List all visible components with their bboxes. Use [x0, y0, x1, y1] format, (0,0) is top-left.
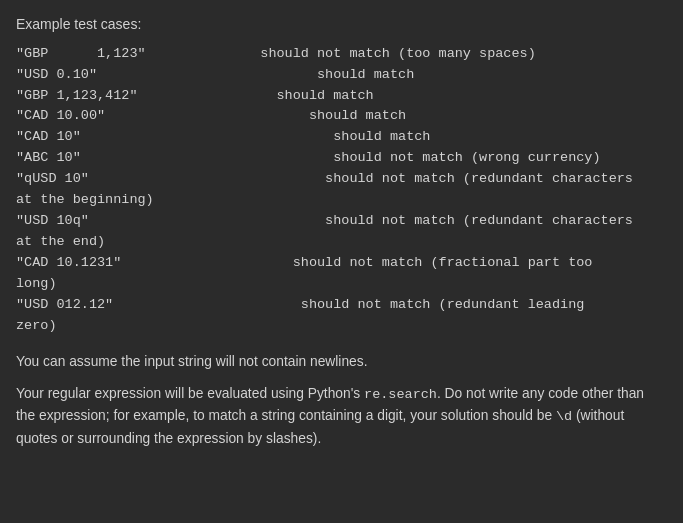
note2-part1: Your regular expression will be evaluate…: [16, 386, 364, 401]
test-row-3: "GBP 1,123,412" should match: [16, 86, 667, 107]
test-row-1: "GBP 1,123" should not match (too many s…: [16, 44, 667, 65]
test-row-5: "CAD 10" should match: [16, 127, 667, 148]
test-row-6: "ABC 10" should not match (wrong currenc…: [16, 148, 667, 169]
heading: Example test cases:: [16, 14, 667, 36]
test-cases-block: "GBP 1,123" should not match (too many s…: [16, 44, 667, 337]
note2-code2: \d: [556, 409, 572, 424]
test-row-9: "CAD 10.1231" should not match (fraction…: [16, 253, 667, 295]
note2-code1: re.search: [364, 387, 437, 402]
test-row-8: "USD 10q" should not match (redundant ch…: [16, 211, 667, 253]
test-row-7: "qUSD 10" should not match (redundant ch…: [16, 169, 667, 211]
test-row-4: "CAD 10.00" should match: [16, 106, 667, 127]
test-row-10: "USD 012.12" should not match (redundant…: [16, 295, 667, 337]
note-2: Your regular expression will be evaluate…: [16, 383, 667, 450]
notes-block: You can assume the input string will not…: [16, 351, 667, 450]
test-row-2: "USD 0.10" should match: [16, 65, 667, 86]
note-1: You can assume the input string will not…: [16, 351, 667, 373]
